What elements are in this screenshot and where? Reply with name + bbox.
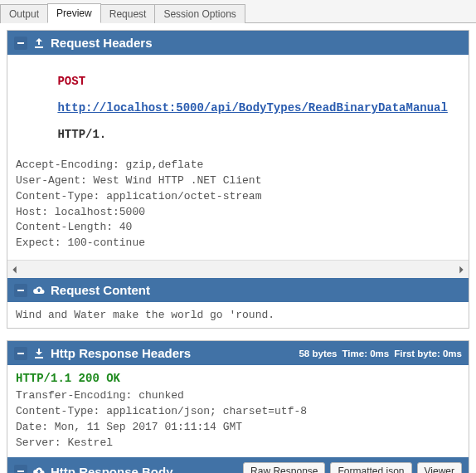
- scroll-left-icon[interactable]: [9, 264, 21, 276]
- svg-rect-2: [17, 353, 24, 354]
- viewer-button[interactable]: Viewer: [417, 462, 462, 473]
- svg-rect-0: [17, 42, 24, 44]
- response-panel: Http Response Headers 58 bytes Time: 0ms…: [7, 340, 469, 473]
- tab-preview[interactable]: Preview: [47, 3, 101, 23]
- request-headers-scroll[interactable]: POST http://localhost:5000/api/BodyTypes…: [7, 55, 469, 260]
- collapse-icon[interactable]: [14, 284, 27, 297]
- cloud-upload-icon: [32, 284, 46, 297]
- http-protocol: HTTP/1.: [57, 128, 106, 141]
- tab-output[interactable]: Output: [0, 4, 48, 23]
- collapse-icon[interactable]: [14, 37, 27, 50]
- raw-response-button[interactable]: Raw Response: [243, 462, 325, 473]
- svg-rect-3: [17, 471, 24, 472]
- http-method: POST: [57, 75, 85, 88]
- response-size: 58 bytes: [299, 349, 337, 358]
- request-headers-block: Accept-Encoding: gzip,deflate User-Agent…: [7, 158, 469, 258]
- response-first-byte: First byte: 0ms: [394, 349, 462, 358]
- response-body-header: Http Response Body Raw Response Formatte…: [7, 457, 469, 473]
- upload-icon: [32, 37, 46, 50]
- request-content-header: Request Content: [7, 278, 469, 302]
- formatted-json-button[interactable]: Formatted json: [330, 462, 411, 473]
- request-line: POST http://localhost:5000/api/BodyTypes…: [7, 55, 469, 158]
- svg-rect-1: [17, 290, 24, 291]
- cloud-download-icon: [32, 465, 46, 473]
- collapse-icon[interactable]: [14, 347, 27, 360]
- tab-request[interactable]: Request: [100, 4, 156, 23]
- response-status-line: HTTP/1.1 200 OK: [7, 365, 469, 388]
- download-icon: [32, 347, 46, 360]
- response-headers-block: Transfer-Encoding: chunked Content-Type:…: [7, 388, 469, 457]
- response-time: Time: 0ms: [342, 349, 390, 358]
- tab-strip: Output Preview Request Session Options: [0, 0, 476, 23]
- request-url[interactable]: http://localhost:5000/api/BodyTypes/Read…: [57, 101, 447, 115]
- request-headers-title: Request Headers: [51, 36, 153, 50]
- request-content-title: Request Content: [51, 283, 150, 297]
- collapse-icon[interactable]: [14, 465, 27, 473]
- scroll-right-icon[interactable]: [455, 264, 467, 276]
- tab-session-options[interactable]: Session Options: [154, 4, 245, 23]
- response-headers-header: Http Response Headers 58 bytes Time: 0ms…: [7, 341, 469, 365]
- response-headers-title: Http Response Headers: [51, 346, 191, 360]
- request-panel: Request Headers POST http://localhost:50…: [7, 30, 469, 329]
- response-body-title: Http Response Body: [51, 465, 173, 473]
- request-content-body: Wind and Water make the world go 'round.: [7, 302, 469, 328]
- horizontal-scrollbar[interactable]: [7, 260, 469, 278]
- request-headers-header: Request Headers: [7, 31, 469, 55]
